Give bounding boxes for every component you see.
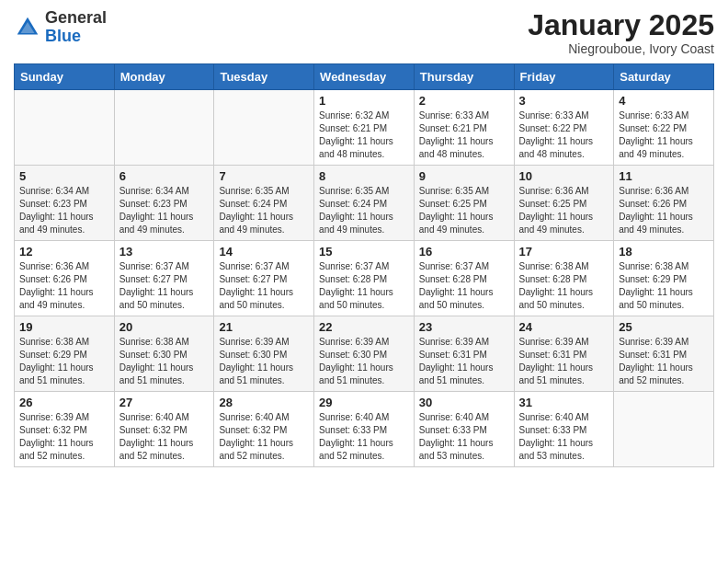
- calendar-cell: 1Sunrise: 6:32 AMSunset: 6:21 PMDaylight…: [314, 90, 415, 166]
- day-number: 15: [319, 245, 409, 259]
- day-number: 1: [319, 94, 409, 108]
- col-friday: Friday: [514, 64, 614, 90]
- day-number: 4: [619, 94, 709, 108]
- calendar-cell: 10Sunrise: 6:36 AMSunset: 6:25 PMDayligh…: [514, 166, 614, 241]
- day-number: 17: [519, 245, 609, 259]
- day-info: Sunrise: 6:35 AMSunset: 6:24 PMDaylight:…: [219, 185, 309, 236]
- calendar-cell: 30Sunrise: 6:40 AMSunset: 6:33 PMDayligh…: [414, 392, 514, 467]
- day-number: 28: [219, 396, 309, 409]
- page: General Blue January 2025 Niegrouboue, I…: [0, 0, 728, 563]
- calendar-cell: [214, 90, 314, 166]
- col-sunday: Sunday: [15, 64, 115, 90]
- calendar-cell: [114, 90, 214, 166]
- day-info: Sunrise: 6:39 AMSunset: 6:31 PMDaylight:…: [619, 336, 709, 387]
- calendar-cell: 28Sunrise: 6:40 AMSunset: 6:32 PMDayligh…: [214, 392, 314, 467]
- day-info: Sunrise: 6:33 AMSunset: 6:22 PMDaylight:…: [619, 109, 709, 161]
- calendar-cell: [614, 392, 714, 467]
- day-number: 20: [119, 320, 210, 334]
- day-info: Sunrise: 6:40 AMSunset: 6:33 PMDaylight:…: [419, 411, 509, 463]
- calendar-cell: 17Sunrise: 6:38 AMSunset: 6:28 PMDayligh…: [514, 241, 614, 316]
- day-info: Sunrise: 6:40 AMSunset: 6:33 PMDaylight:…: [519, 411, 609, 463]
- calendar-cell: 12Sunrise: 6:36 AMSunset: 6:26 PMDayligh…: [15, 241, 115, 316]
- day-number: 29: [319, 396, 409, 409]
- calendar-cell: 2Sunrise: 6:33 AMSunset: 6:21 PMDaylight…: [414, 90, 514, 166]
- day-info: Sunrise: 6:38 AMSunset: 6:29 PMDaylight:…: [619, 260, 709, 312]
- calendar-cell: 15Sunrise: 6:37 AMSunset: 6:28 PMDayligh…: [314, 241, 415, 316]
- calendar-cell: 11Sunrise: 6:36 AMSunset: 6:26 PMDayligh…: [614, 166, 714, 241]
- day-number: 10: [519, 169, 609, 183]
- day-number: 14: [219, 245, 309, 259]
- day-number: 6: [119, 169, 210, 183]
- col-saturday: Saturday: [614, 64, 714, 90]
- logo: General Blue: [14, 9, 107, 46]
- day-info: Sunrise: 6:37 AMSunset: 6:28 PMDaylight:…: [319, 260, 409, 312]
- day-info: Sunrise: 6:39 AMSunset: 6:32 PMDaylight:…: [19, 411, 109, 463]
- calendar-cell: 26Sunrise: 6:39 AMSunset: 6:32 PMDayligh…: [15, 392, 115, 467]
- calendar-cell: 16Sunrise: 6:37 AMSunset: 6:28 PMDayligh…: [414, 241, 514, 316]
- calendar-cell: 21Sunrise: 6:39 AMSunset: 6:30 PMDayligh…: [214, 316, 314, 392]
- day-info: Sunrise: 6:38 AMSunset: 6:29 PMDaylight:…: [19, 336, 109, 387]
- day-info: Sunrise: 6:37 AMSunset: 6:27 PMDaylight:…: [219, 260, 309, 312]
- calendar-cell: 13Sunrise: 6:37 AMSunset: 6:27 PMDayligh…: [114, 241, 214, 316]
- calendar-header-row: Sunday Monday Tuesday Wednesday Thursday…: [15, 64, 714, 90]
- calendar-cell: 23Sunrise: 6:39 AMSunset: 6:31 PMDayligh…: [414, 316, 514, 392]
- col-wednesday: Wednesday: [314, 64, 415, 90]
- day-number: 26: [19, 396, 109, 409]
- day-number: 2: [419, 94, 509, 108]
- location-subtitle: Niegrouboue, Ivory Coast: [528, 41, 714, 56]
- calendar-cell: 18Sunrise: 6:38 AMSunset: 6:29 PMDayligh…: [614, 241, 714, 316]
- day-info: Sunrise: 6:35 AMSunset: 6:25 PMDaylight:…: [419, 185, 509, 236]
- day-number: 25: [619, 320, 709, 334]
- day-info: Sunrise: 6:33 AMSunset: 6:22 PMDaylight:…: [519, 109, 609, 161]
- day-info: Sunrise: 6:35 AMSunset: 6:24 PMDaylight:…: [319, 185, 409, 236]
- day-info: Sunrise: 6:39 AMSunset: 6:30 PMDaylight:…: [219, 336, 309, 387]
- logo-general: General: [45, 8, 107, 27]
- day-info: Sunrise: 6:39 AMSunset: 6:30 PMDaylight:…: [319, 336, 409, 387]
- calendar-cell: 14Sunrise: 6:37 AMSunset: 6:27 PMDayligh…: [214, 241, 314, 316]
- calendar-cell: 7Sunrise: 6:35 AMSunset: 6:24 PMDaylight…: [214, 166, 314, 241]
- day-info: Sunrise: 6:34 AMSunset: 6:23 PMDaylight:…: [119, 185, 210, 236]
- day-number: 18: [619, 245, 709, 259]
- day-info: Sunrise: 6:36 AMSunset: 6:26 PMDaylight:…: [19, 260, 109, 312]
- header: General Blue January 2025 Niegrouboue, I…: [14, 9, 714, 56]
- calendar-cell: 9Sunrise: 6:35 AMSunset: 6:25 PMDaylight…: [414, 166, 514, 241]
- day-number: 7: [219, 169, 309, 183]
- day-info: Sunrise: 6:37 AMSunset: 6:28 PMDaylight:…: [419, 260, 509, 312]
- day-info: Sunrise: 6:40 AMSunset: 6:33 PMDaylight:…: [319, 411, 409, 463]
- month-title: January 2025: [528, 9, 714, 41]
- calendar-cell: 22Sunrise: 6:39 AMSunset: 6:30 PMDayligh…: [314, 316, 415, 392]
- calendar-week-5: 26Sunrise: 6:39 AMSunset: 6:32 PMDayligh…: [15, 392, 714, 467]
- calendar-cell: 6Sunrise: 6:34 AMSunset: 6:23 PMDaylight…: [114, 166, 214, 241]
- day-number: 11: [619, 169, 709, 183]
- day-number: 13: [119, 245, 210, 259]
- day-info: Sunrise: 6:36 AMSunset: 6:25 PMDaylight:…: [519, 185, 609, 236]
- calendar-cell: 19Sunrise: 6:38 AMSunset: 6:29 PMDayligh…: [15, 316, 115, 392]
- day-info: Sunrise: 6:38 AMSunset: 6:30 PMDaylight:…: [119, 336, 210, 387]
- day-number: 19: [19, 320, 109, 334]
- day-number: 22: [319, 320, 409, 334]
- day-info: Sunrise: 6:36 AMSunset: 6:26 PMDaylight:…: [619, 185, 709, 236]
- day-number: 30: [419, 396, 509, 409]
- calendar-cell: 5Sunrise: 6:34 AMSunset: 6:23 PMDaylight…: [15, 166, 115, 241]
- logo-icon: [14, 14, 41, 41]
- calendar-cell: 3Sunrise: 6:33 AMSunset: 6:22 PMDaylight…: [514, 90, 614, 166]
- calendar-cell: 27Sunrise: 6:40 AMSunset: 6:32 PMDayligh…: [114, 392, 214, 467]
- calendar-week-4: 19Sunrise: 6:38 AMSunset: 6:29 PMDayligh…: [15, 316, 714, 392]
- day-info: Sunrise: 6:40 AMSunset: 6:32 PMDaylight:…: [119, 411, 210, 463]
- calendar-table: Sunday Monday Tuesday Wednesday Thursday…: [14, 63, 714, 467]
- day-info: Sunrise: 6:39 AMSunset: 6:31 PMDaylight:…: [519, 336, 609, 387]
- calendar-cell: 25Sunrise: 6:39 AMSunset: 6:31 PMDayligh…: [614, 316, 714, 392]
- calendar-cell: 4Sunrise: 6:33 AMSunset: 6:22 PMDaylight…: [614, 90, 714, 166]
- day-info: Sunrise: 6:40 AMSunset: 6:32 PMDaylight:…: [219, 411, 309, 463]
- day-info: Sunrise: 6:38 AMSunset: 6:28 PMDaylight:…: [519, 260, 609, 312]
- day-info: Sunrise: 6:37 AMSunset: 6:27 PMDaylight:…: [119, 260, 210, 312]
- day-number: 12: [19, 245, 109, 259]
- day-number: 27: [119, 396, 210, 409]
- calendar-cell: 24Sunrise: 6:39 AMSunset: 6:31 PMDayligh…: [514, 316, 614, 392]
- day-number: 3: [519, 94, 609, 108]
- calendar-week-3: 12Sunrise: 6:36 AMSunset: 6:26 PMDayligh…: [15, 241, 714, 316]
- logo-text: General Blue: [45, 9, 107, 46]
- calendar-week-2: 5Sunrise: 6:34 AMSunset: 6:23 PMDaylight…: [15, 166, 714, 241]
- day-number: 5: [19, 169, 109, 183]
- calendar-cell: 20Sunrise: 6:38 AMSunset: 6:30 PMDayligh…: [114, 316, 214, 392]
